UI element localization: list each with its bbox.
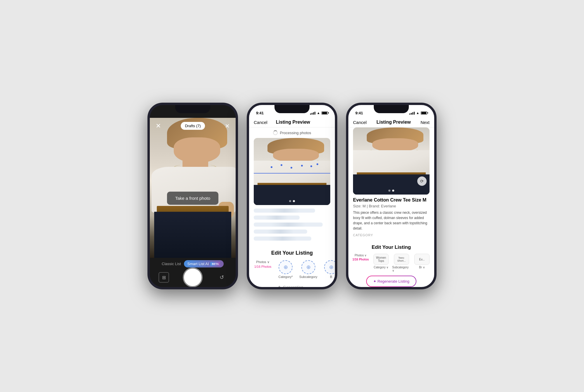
signal-bar-2 [312,113,312,115]
phone-2: 9:41 ▲ Cancel Listing Pre [247,103,337,289]
face-layer [174,137,220,162]
shutter-button[interactable] [183,267,203,287]
p3-tab-category[interactable]: Women Tops Category ∨ [372,254,390,272]
p2-shirt [254,161,330,186]
p3-edit-listing-title: Edit Your Listing [348,243,434,253]
listing-tabs: Photos ∨ 1/16 Photos ⊕ Category* ⊕ Subca… [249,258,335,281]
gallery-button[interactable]: ⊞ [159,272,169,283]
camera-viewfinder: Take a front photo [150,118,236,258]
drafts-button[interactable]: Drafts (7) [181,122,205,130]
category-label: CATEGORY [353,233,430,237]
edit-listing-title: Edit Your Listing [249,247,335,258]
tab-photos-label: Photos ∨ [256,260,269,264]
signal-bar-4 [314,112,315,115]
p3-person [353,127,430,195]
phone-1: ✕ Drafts (7) ✕ Take a front photo [147,103,238,289]
beta-badge: BETA [210,262,220,266]
status-time: 9:41 [256,111,264,115]
p3-battery-fill [421,112,426,114]
scan-dot-1 [271,166,272,168]
generating-button: ✦ Generating... [249,281,335,287]
product-meta: Size: M | Brand: Everlane [353,204,430,208]
status-icons: ▲ [310,111,328,115]
skeleton-loading [249,205,335,247]
p3-signal-bar-3 [412,112,413,115]
p3-product-image: ⟳ [353,127,430,195]
p3-next-button[interactable]: Next [420,120,430,125]
camera-top-controls: ✕ Drafts (7) ✕ [150,118,236,134]
processing-text: Processing photos [280,131,311,135]
p3-brand-box: Ev... [414,254,430,265]
classic-list-label[interactable]: Classic List [162,262,181,266]
tab-brand[interactable]: ⊕ B [321,260,335,279]
processing-banner: Processing photos [249,127,335,138]
skeleton-5 [254,237,311,241]
product-description: This piece offers a classic crew neck, o… [353,210,430,231]
p3-tab-subcategory[interactable]: Tees- Short... Subcategory ∨ [392,254,411,272]
p3-nav-title: Listing Preview [376,120,411,125]
skeleton-1 [254,209,315,213]
tab-photos[interactable]: Photos ∨ 1/16 Photos [253,260,273,279]
phone1-notch [175,105,210,113]
cancel-button[interactable]: Cancel [254,120,267,125]
phone3-notch [374,105,409,113]
mode-toggle: Classic List Smart List AI BETA [162,260,224,267]
phone1-screen: ✕ Drafts (7) ✕ Take a front photo [150,105,236,287]
p3-battery-icon [421,111,427,115]
p3-status-time: 9:41 [355,111,363,115]
p3-signal-bar-4 [414,112,415,115]
flip-camera-button[interactable]: ↺ [216,272,227,283]
tab-photos-sublabel: 1/16 Photos [254,265,272,268]
smart-list-label[interactable]: Smart List AI [187,262,209,266]
sparkle-icon: ✦ [277,284,281,287]
snap-icon[interactable]: ✕ [225,123,230,130]
p3-subcategory-box: Tees- Short... [394,254,409,265]
p3-brand-box-text: Ev... [419,258,425,261]
pants-layer [154,212,232,258]
phone3-nav-bar: Cancel Listing Preview Next [348,118,434,127]
regenerate-button[interactable]: ✦ Regenerate Listing [366,276,416,287]
camera-person [150,118,236,258]
tab-brand-label: B [330,275,332,279]
scan-dot-3 [291,167,292,169]
tab-brand-circle: ⊕ [324,260,335,274]
tab-brand-icon: ⊕ [329,264,333,270]
tab-category-label: Category* [279,275,293,279]
p3-tab-photos[interactable]: Photos ∨ 1/16 Photos [351,254,370,272]
p3-subcategory-box-text: Tees- Short... [394,256,409,262]
p3-category-box: Women Tops [373,254,389,265]
dot-2-active [293,200,295,202]
p3-subcategory-label: Subcategory ∨ [392,266,411,272]
signal-icon [310,111,315,115]
tab-category[interactable]: ⊕ Category* [275,260,296,279]
p3-signal-bar-2 [411,113,412,115]
flip-icon: ↺ [220,274,224,281]
phone-3: 9:41 ▲ Cancel Listing Pre [346,103,437,289]
person-image [254,138,330,205]
camera-shutter-row: ⊞ ↺ [150,267,236,287]
p3-photos-sublabel: 1/16 Photos [352,258,369,261]
p3-cancel-button[interactable]: Cancel [353,120,367,125]
camera-rotate-button[interactable]: ⟳ [417,176,427,186]
phones-container: ✕ Drafts (7) ✕ Take a front photo [147,103,437,289]
p3-image-dots [388,190,394,192]
p3-signal-bar-1 [409,113,410,115]
p3-wifi-icon: ▲ [416,111,419,115]
close-button[interactable]: ✕ [156,122,161,130]
rotate-icon: ⟳ [420,179,424,183]
skeleton-4 [254,230,307,234]
signal-bar-3 [313,112,314,115]
tab-subcategory[interactable]: ⊕ Subcategory [298,260,319,279]
p3-category-box-text: Women Tops [374,256,388,262]
tab-subcategory-circle: ⊕ [301,260,315,274]
battery-icon [321,111,328,115]
phone2-screen: 9:41 ▲ Cancel Listing Pre [249,105,335,287]
phone2-nav-bar: Cancel Listing Preview [249,118,335,127]
scan-line [254,173,330,174]
wifi-icon: ▲ [317,111,320,115]
p3-dot-2 [392,190,394,192]
p3-tab-brand[interactable]: Ev... Br ∨ [413,254,431,272]
p3-shirt [353,150,430,176]
phone2-notch [274,105,310,113]
battery-fill [322,112,327,114]
